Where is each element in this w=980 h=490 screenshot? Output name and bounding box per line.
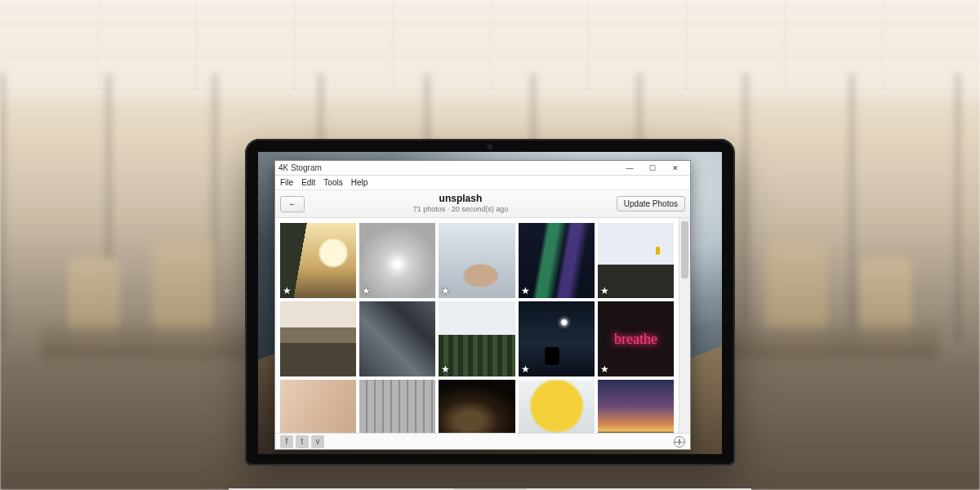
menu-file[interactable]: File bbox=[280, 178, 293, 187]
star-icon: ★ bbox=[600, 285, 609, 296]
laptop-camera bbox=[487, 144, 493, 150]
laptop-mockup: 4K Stogram — ☐ ✕ File Edit Tools Help ← bbox=[245, 139, 735, 490]
twitter-icon[interactable]: t bbox=[296, 435, 309, 448]
arrow-left-icon: ← bbox=[288, 199, 296, 208]
photo-thumbnail[interactable] bbox=[280, 301, 356, 376]
vertical-scrollbar[interactable] bbox=[679, 218, 690, 433]
star-icon: ★ bbox=[521, 363, 530, 375]
statusbar: ftv bbox=[275, 433, 690, 449]
photo-thumbnail[interactable] bbox=[359, 380, 435, 433]
globe-icon[interactable] bbox=[674, 436, 685, 448]
account-title: unsplash bbox=[310, 194, 612, 205]
photo-thumbnail[interactable]: ★ bbox=[598, 223, 674, 298]
menu-edit[interactable]: Edit bbox=[301, 178, 315, 187]
window-close-button[interactable]: ✕ bbox=[664, 162, 687, 175]
facebook-icon[interactable]: f bbox=[280, 435, 293, 448]
photo-grid[interactable]: ★★★★★★★★ bbox=[275, 218, 679, 433]
star-icon: ★ bbox=[283, 285, 292, 296]
photo-thumbnail[interactable] bbox=[519, 380, 595, 433]
photo-thumbnail[interactable] bbox=[439, 380, 514, 433]
photo-thumbnail[interactable]: ★ bbox=[439, 301, 514, 376]
account-subtitle: 71 photos · 20 second(s) ago bbox=[310, 205, 612, 213]
photo-thumbnail[interactable]: ★ bbox=[359, 223, 435, 298]
menubar: File Edit Tools Help bbox=[275, 176, 690, 190]
menu-help[interactable]: Help bbox=[351, 178, 368, 187]
photo-grid-container: ★★★★★★★★ bbox=[275, 218, 690, 433]
laptop-screen-bezel: 4K Stogram — ☐ ✕ File Edit Tools Help ← bbox=[245, 139, 735, 466]
star-icon: ★ bbox=[441, 363, 450, 375]
photo-thumbnail[interactable]: ★ bbox=[280, 223, 356, 298]
photo-thumbnail[interactable]: ★ bbox=[598, 301, 674, 376]
app-window: 4K Stogram — ☐ ✕ File Edit Tools Help ← bbox=[274, 160, 691, 450]
star-icon: ★ bbox=[521, 285, 530, 296]
laptop-screen: 4K Stogram — ☐ ✕ File Edit Tools Help ← bbox=[258, 152, 722, 454]
photo-thumbnail[interactable]: ★ bbox=[519, 301, 595, 376]
star-icon: ★ bbox=[441, 285, 450, 296]
vimeo-icon[interactable]: v bbox=[311, 435, 324, 448]
update-photos-button[interactable]: Update Photos bbox=[617, 196, 685, 212]
scrollbar-thumb[interactable] bbox=[681, 221, 688, 278]
window-titlebar[interactable]: 4K Stogram — ☐ ✕ bbox=[275, 161, 690, 176]
window-title: 4K Stogram bbox=[278, 163, 322, 172]
photo-thumbnail[interactable] bbox=[359, 301, 435, 376]
menu-tools[interactable]: Tools bbox=[323, 178, 342, 187]
window-minimize-button[interactable]: — bbox=[618, 162, 641, 175]
photo-thumbnail[interactable]: ★ bbox=[519, 223, 595, 298]
star-icon: ★ bbox=[600, 363, 609, 375]
photo-thumbnail[interactable] bbox=[280, 380, 356, 433]
toolbar: ← unsplash 71 photos · 20 second(s) ago … bbox=[275, 190, 690, 218]
star-icon: ★ bbox=[362, 285, 371, 296]
back-button[interactable]: ← bbox=[280, 196, 305, 212]
window-maximize-button[interactable]: ☐ bbox=[641, 162, 664, 175]
photo-thumbnail[interactable]: ★ bbox=[439, 223, 514, 298]
photo-thumbnail[interactable] bbox=[598, 380, 674, 433]
